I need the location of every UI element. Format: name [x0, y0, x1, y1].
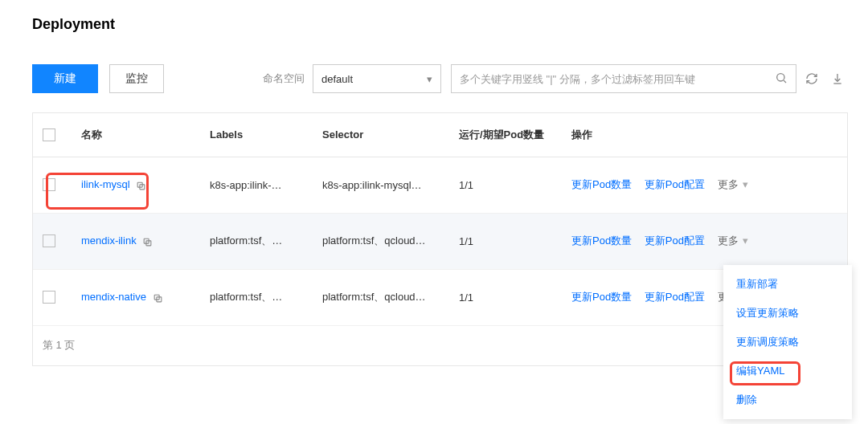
search-box[interactable]: [451, 64, 796, 93]
labels-cell: platform:tsf、…: [200, 269, 313, 325]
chevron-down-icon: ▾: [743, 178, 748, 190]
update-pod-count-link[interactable]: 更新Pod数量: [571, 291, 632, 303]
pods-cell: 1/1: [449, 157, 562, 213]
update-pod-count-link[interactable]: 更新Pod数量: [571, 234, 632, 247]
selector-cell: platform:tsf、qcloud…: [313, 213, 449, 269]
page-title: Deployment: [32, 16, 115, 33]
svg-point-0: [777, 73, 784, 80]
deployment-name-link[interactable]: mendix-ilink: [81, 234, 137, 247]
col-labels: Labels: [200, 113, 313, 157]
deployment-name-link[interactable]: mendix-native: [81, 291, 146, 303]
update-pod-config-link[interactable]: 更新Pod配置: [645, 178, 705, 190]
create-button[interactable]: 新建: [32, 64, 98, 93]
row-checkbox[interactable]: [43, 234, 55, 247]
update-pod-config-link[interactable]: 更新Pod配置: [645, 291, 705, 303]
col-selector: Selector: [313, 113, 449, 157]
chevron-down-icon: ▾: [427, 73, 432, 85]
refresh-icon[interactable]: [801, 64, 822, 93]
svg-line-1: [784, 80, 786, 83]
update-pod-config-link[interactable]: 更新Pod配置: [645, 234, 705, 247]
copy-icon[interactable]: [142, 235, 154, 247]
pods-cell: 1/1: [449, 269, 562, 325]
labels-cell: k8s-app:ilink-…: [200, 157, 313, 213]
table-row: mendix-ilink platform:tsf、… platform:tsf…: [33, 213, 847, 269]
selector-cell: platform:tsf、qcloud…: [313, 269, 449, 325]
col-ops: 操作: [562, 113, 847, 157]
search-input[interactable]: [460, 73, 770, 85]
menu-edit-yaml[interactable]: 编辑YAML: [723, 357, 852, 385]
menu-delete[interactable]: 删除: [723, 385, 852, 414]
selector-cell: k8s-app:ilink-mysql…: [313, 157, 449, 213]
labels-cell: platform:tsf、…: [200, 213, 313, 269]
menu-schedule-strategy[interactable]: 更新调度策略: [723, 328, 852, 357]
namespace-select[interactable]: default ▾: [313, 64, 441, 93]
update-pod-count-link[interactable]: 更新Pod数量: [571, 178, 632, 190]
monitor-button[interactable]: 监控: [109, 64, 164, 93]
table-row: ilink-mysql k8s-app:ilink-… k8s-app:ilin…: [33, 157, 847, 213]
deployment-name-link[interactable]: ilink-mysql: [81, 178, 130, 190]
more-actions-menu: 重新部署 设置更新策略 更新调度策略 编辑YAML 删除: [723, 265, 852, 419]
more-dropdown[interactable]: 更多 ▾: [718, 178, 749, 190]
download-icon[interactable]: [827, 64, 848, 93]
row-checkbox[interactable]: [43, 291, 55, 304]
copy-icon[interactable]: [136, 179, 147, 191]
copy-icon[interactable]: [153, 292, 164, 304]
pagination-info: 第 1 页: [33, 325, 313, 365]
menu-update-strategy[interactable]: 设置更新策略: [723, 299, 852, 328]
select-all-checkbox[interactable]: [43, 128, 55, 141]
menu-redeploy[interactable]: 重新部署: [723, 270, 852, 299]
col-name: 名称: [72, 113, 200, 157]
row-checkbox[interactable]: [43, 178, 55, 191]
namespace-label: 命名空间: [263, 71, 305, 86]
pods-cell: 1/1: [449, 213, 562, 269]
namespace-value: default: [321, 73, 353, 85]
col-pods: 运行/期望Pod数量: [449, 113, 562, 157]
search-icon[interactable]: [770, 71, 792, 87]
chevron-down-icon: ▾: [743, 234, 748, 247]
more-dropdown[interactable]: 更多 ▾: [718, 234, 749, 247]
